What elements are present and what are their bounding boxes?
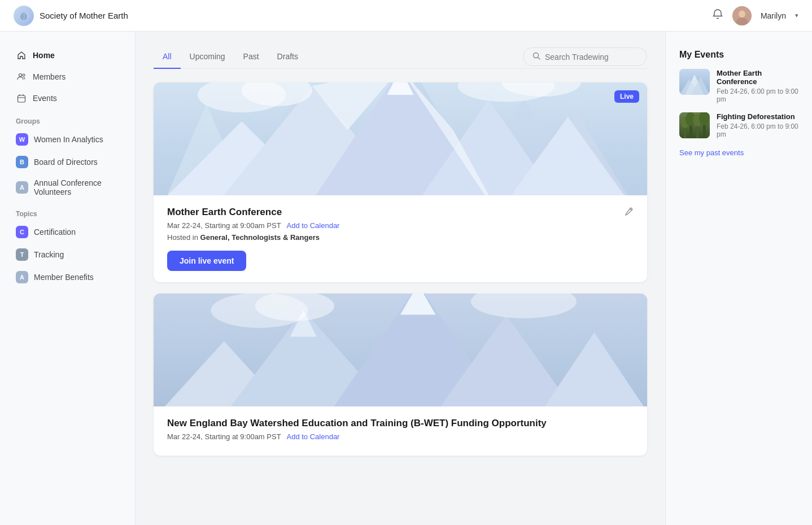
event-title-1: Mother Earth Conference [167, 207, 282, 218]
topics-section-label: Topics [16, 210, 119, 218]
sidebar-item-women-in-analytics[interactable]: W Women In Analytics [9, 129, 126, 150]
tab-past[interactable]: Past [234, 45, 268, 69]
women-in-analytics-badge: W [16, 133, 28, 146]
hosted-groups-1: General, Technologists & Rangers [200, 233, 320, 242]
certification-badge: C [16, 226, 28, 238]
events-list: Live Mother Earth Conference Mar 22-24, … [154, 82, 647, 456]
svg-point-5 [23, 74, 25, 76]
search-input[interactable] [545, 53, 638, 62]
tab-all[interactable]: All [154, 45, 181, 69]
home-icon [16, 50, 27, 61]
event-card-1: Live Mother Earth Conference Mar 22-24, … [154, 82, 647, 282]
sidebar-members-label: Members [33, 72, 66, 81]
events-tabs: All Upcoming Past Drafts [154, 45, 647, 69]
my-event-item-2: Fighting Deforestation Feb 24-26, 6:00 p… [679, 112, 798, 138]
events-icon [16, 93, 27, 104]
search-box [523, 47, 647, 66]
edit-icon-1[interactable] [625, 207, 634, 218]
avatar[interactable] [732, 6, 752, 25]
sidebar-events-label: Events [33, 94, 57, 103]
chevron-down-icon[interactable]: ▾ [795, 12, 798, 19]
event-date-2: Mar 22-24, Starting at 9:00am PST [167, 432, 281, 441]
my-event-date-1: Feb 24-26, 6:00 pm to 9:00 pm [717, 88, 798, 103]
my-event-thumb-1 [679, 69, 710, 95]
my-event-info-2: Fighting Deforestation Feb 24-26, 6:00 p… [717, 112, 798, 138]
join-live-event-button[interactable]: Join live event [167, 251, 246, 271]
my-event-date-2: Feb 24-26, 6:00 pm to 9:00 pm [717, 123, 798, 138]
women-in-analytics-label: Women In Analytics [34, 135, 103, 144]
event-hosted-1: Hosted in General, Technologists & Range… [167, 233, 634, 242]
tracking-badge: T [16, 248, 28, 261]
sidebar-item-annual-conference[interactable]: A Annual Conference Volunteers [9, 174, 126, 201]
event-meta-1: Mar 22-24, Starting at 9:00am PST Add to… [167, 221, 634, 230]
sidebar-item-events[interactable]: Events [9, 88, 126, 108]
user-name[interactable]: Marilyn [761, 11, 786, 20]
sidebar-item-certification[interactable]: C Certification [9, 221, 126, 243]
event-meta-2: Mar 22-24, Starting at 9:00am PST Add to… [167, 432, 634, 441]
event-image-container-1: Live [154, 82, 647, 195]
certification-label: Certification [34, 228, 76, 237]
my-event-thumb-2 [679, 112, 710, 138]
event-title-row-1: Mother Earth Conference [167, 207, 634, 218]
event-title-row-2: New England Bay Watershed Education and … [167, 418, 634, 429]
event-body-1: Mother Earth Conference Mar 22-24, Start… [154, 195, 647, 282]
my-event-name-1: Mother Earth Conference [717, 69, 798, 86]
event-title-2: New England Bay Watershed Education and … [167, 418, 547, 429]
my-events-panel: My Events Mother Earth Conference Feb 24… [665, 32, 812, 474]
sidebar-home-label: Home [33, 51, 55, 60]
my-event-name-2: Fighting Deforestation [717, 112, 798, 121]
hosted-prefix-1: Hosted in [167, 233, 200, 242]
event-date-1: Mar 22-24, Starting at 9:00am PST [167, 221, 281, 230]
svg-point-4 [19, 74, 22, 77]
main-content: Events All Upcoming Past Drafts [136, 0, 665, 474]
see-past-events-link[interactable]: See my past events [679, 148, 744, 157]
sidebar-item-home[interactable]: Home [9, 45, 126, 65]
board-of-directors-badge: B [16, 156, 28, 168]
topnav: Society of Mother Earth Marilyn ▾ [0, 0, 812, 32]
annual-conference-label: Annual Conference Volunteers [34, 178, 119, 196]
tab-upcoming[interactable]: Upcoming [181, 45, 234, 69]
event-image-1 [154, 82, 647, 195]
live-badge: Live [614, 90, 639, 103]
my-event-info-1: Mother Earth Conference Feb 24-26, 6:00 … [717, 69, 798, 103]
sidebar-item-tracking[interactable]: T Tracking [9, 244, 126, 265]
sidebar-item-board-of-directors[interactable]: B Board of Directors [9, 151, 126, 173]
my-events-title: My Events [679, 50, 798, 60]
event-body-2: New England Bay Watershed Education and … [154, 406, 647, 456]
bell-icon[interactable] [712, 8, 723, 23]
members-icon [16, 71, 27, 82]
tab-drafts[interactable]: Drafts [268, 45, 307, 69]
app-brand: Society of Mother Earth [14, 6, 128, 26]
add-calendar-link-2[interactable]: Add to Calendar [287, 432, 340, 441]
event-image-container-2 [154, 294, 647, 406]
search-icon [532, 52, 540, 62]
app-title: Society of Mother Earth [40, 11, 128, 20]
event-image-2 [154, 294, 647, 406]
tracking-label: Tracking [34, 250, 64, 259]
sidebar-item-members[interactable]: Members [9, 67, 126, 87]
sidebar-item-member-benefits[interactable]: A Member Benefits [9, 266, 126, 288]
event-card-2: New England Bay Watershed Education and … [154, 294, 647, 456]
member-benefits-label: Member Benefits [34, 273, 94, 282]
sidebar: Home Members Events Groups W Women In An… [0, 32, 136, 474]
groups-section-label: Groups [16, 117, 119, 125]
member-benefits-badge: A [16, 271, 28, 283]
board-of-directors-label: Board of Directors [34, 158, 98, 167]
svg-point-2 [739, 10, 745, 18]
annual-conference-badge: A [16, 181, 28, 194]
my-event-item: Mother Earth Conference Feb 24-26, 6:00 … [679, 69, 798, 103]
add-calendar-link-1[interactable]: Add to Calendar [287, 221, 340, 230]
topnav-right: Marilyn ▾ [712, 6, 798, 25]
svg-rect-6 [18, 95, 25, 102]
app-logo [14, 6, 34, 26]
